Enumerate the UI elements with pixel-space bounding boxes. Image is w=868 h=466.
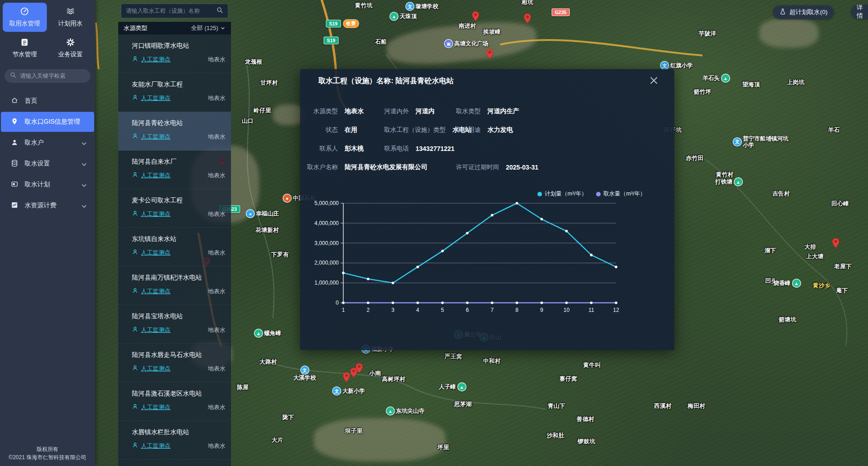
map-poi-mountain-icon[interactable]: 羊石头▲ (702, 75, 729, 82)
tile-label: 取用水管理 (10, 20, 40, 28)
list-item[interactable]: 陆河县水唇走马石水电站人工监测点地表水 (118, 344, 231, 382)
list-item[interactable]: 友能水厂取水工程人工监测点地表水 (118, 73, 231, 112)
map-poi-school-icon[interactable]: 文红旗小学 (661, 62, 693, 70)
mountain-poi-icon: ▲ (458, 383, 466, 391)
map-pin-icon[interactable] (524, 13, 532, 24)
modal-fields: 水源类型地表水河道内外河道内取水类型河道内生产状态在用取水工程（设施）类型水电站… (300, 102, 674, 176)
map-label: 锣鼓坑 (578, 438, 596, 446)
station-search-input[interactable] (126, 8, 214, 14)
map-label: 严王窝 (445, 353, 462, 361)
sidebar-item-水资源计费[interactable]: 水资源计费 (1, 195, 94, 215)
list-item[interactable]: 河口镇唱歌潭水电站人工监测点地表水 (118, 35, 231, 73)
monitor-link[interactable]: 人工监测点 (141, 403, 171, 411)
field-pair: 许可证过期时间2025-03-31 (456, 158, 538, 176)
app-tile-取用水管理[interactable]: 取用水管理 (3, 3, 47, 32)
monitor-link[interactable]: 人工监测点 (141, 287, 171, 296)
sidebar-item-首页[interactable]: 首页 (1, 91, 94, 111)
chevron-down-icon (80, 140, 86, 145)
map-pin-icon[interactable] (486, 49, 494, 59)
map-label: 小南 (369, 370, 381, 377)
map-label: 陇下 (282, 414, 294, 421)
list-item[interactable]: 陆河县自来水厂人工监测点地表水 (118, 150, 231, 189)
map-label: 龙颈根 (245, 58, 263, 66)
station-meta-row: 人工监测点地表水 (132, 55, 226, 64)
keyword-search-box[interactable] (5, 69, 90, 83)
temple-poi-icon: ▲ (386, 407, 394, 415)
map-poi-school-icon[interactable]: 文大溪学校 (293, 366, 316, 381)
list-item[interactable]: 陆河县激石溪老区水电站人工监测点地表水 (118, 382, 231, 421)
school-poi-icon: 文 (333, 387, 341, 395)
monitor-link[interactable]: 人工监测点 (141, 326, 171, 334)
monitor-link[interactable]: 人工监测点 (141, 442, 171, 450)
map-label: 赤竹田 (686, 155, 704, 162)
map-poi-culture-icon[interactable]: ▣高塘文化广场 (445, 40, 488, 48)
map-poi-mountain-icon[interactable]: 人子嶂▲ (439, 383, 466, 391)
map-label: 羊石 (828, 126, 840, 134)
map-pin-icon[interactable] (832, 238, 840, 248)
list-item[interactable]: 东坑镇自来水站人工监测点地表水 (118, 228, 231, 266)
map-poi-mountain-icon[interactable]: ▲天珠顶 (390, 13, 417, 20)
map-label: 善德村 (577, 416, 595, 423)
list-item[interactable]: 陆河县青砼水电站人工监测点地表水 (118, 112, 231, 150)
person-icon (132, 55, 138, 64)
filter-dropdown[interactable]: 全部 (125) (191, 24, 226, 32)
monitor-link[interactable]: 人工监测点 (141, 210, 171, 218)
map-poi-school-icon[interactable]: 文大新小学 (333, 387, 365, 395)
field-pair: 取水户名称陆河县青砼水电发展有限公司 (300, 158, 427, 176)
list-item[interactable]: 陆河县宝塔水电站人工监测点地表水 (118, 305, 231, 344)
monitor-link[interactable]: 人工监测点 (141, 94, 171, 102)
field-value: 彭木桃 (345, 145, 364, 153)
list-item[interactable]: 麦卡公司取水工程人工监测点地表水 (118, 189, 231, 228)
map-poi-temple-icon[interactable]: ▲东坑尖山寺 (386, 407, 425, 415)
close-icon[interactable] (649, 75, 659, 85)
poi-label: 东坑尖山寺 (396, 408, 425, 414)
map-poi-school-icon[interactable]: 文璇塘学校 (406, 3, 438, 10)
detail-toggle[interactable]: 详情 (851, 5, 868, 19)
map-pin-icon[interactable] (343, 372, 351, 382)
monitor-link[interactable]: 人工监测点 (141, 171, 171, 180)
list-item[interactable]: 水唇镇水栏肚水电站人工监测点地表水 (118, 421, 231, 460)
water-type: 地表水 (208, 133, 226, 141)
map-poi-mountain-icon[interactable]: 打铁塘▲ (715, 178, 742, 186)
chevron-down-icon (220, 25, 226, 31)
field-value: 河道内生产 (487, 107, 519, 115)
road-badge-S19: S19 (324, 37, 339, 45)
map-poi-mountain-icon[interactable]: ▲螺角嶂 (255, 330, 281, 337)
over-plan-intake-button[interactable]: 超计划取水(0) (773, 5, 834, 19)
map-pin-icon[interactable] (356, 363, 363, 373)
monitor-link[interactable]: 人工监测点 (141, 55, 171, 64)
poi-label: 烧香嶂 (773, 280, 791, 286)
monitor-link[interactable]: 人工监测点 (141, 133, 171, 141)
station-search-box[interactable] (121, 4, 228, 18)
app-tile-节水管理[interactable]: 节水管理 (3, 34, 47, 63)
line-chart-svg: 01,000,0002,000,0003,000,0004,000,0005,0… (305, 187, 664, 324)
app-tile-计划用水[interactable]: 计划用水 (49, 3, 93, 32)
document-icon (20, 38, 29, 48)
keyword-search-input[interactable] (20, 73, 84, 79)
svg-text:3: 3 (391, 307, 395, 313)
sidebar-item-取水计划[interactable]: 取水计划 (1, 175, 94, 195)
map-poi-mountain-icon[interactable]: 烧香嶂▲ (773, 280, 800, 287)
sidebar-item-取水户[interactable]: 取水户 (1, 133, 94, 153)
svg-text:8: 8 (515, 307, 518, 313)
map-label: 挨坡嶂 (483, 28, 501, 36)
sidebar-item-取水口GIS信息管理[interactable]: 取水口GIS信息管理 (1, 112, 94, 132)
poi-label: 普宁市船埔镇河坑小学 (743, 135, 788, 149)
station-name: 陆河县激石溪老区水电站 (132, 390, 226, 398)
road-badge-S19: S19 (326, 20, 341, 28)
search-icon[interactable] (216, 7, 223, 15)
sidebar-item-取水设置[interactable]: 取水设置 (1, 154, 94, 174)
app-tile-业务设置[interactable]: 业务设置 (49, 34, 93, 63)
poi-label: 高塘文化广场 (454, 40, 488, 47)
map-pin-icon[interactable] (472, 11, 480, 21)
station-meta-row: 人工监测点地表水 (132, 326, 226, 334)
map-poi-place-icon[interactable]: ●幸福山庄 (246, 210, 279, 218)
water-source-filter: 水源类型 全部 (125) (118, 22, 231, 35)
svg-text:2: 2 (366, 307, 370, 313)
monitor-link[interactable]: 人工监测点 (141, 249, 171, 257)
monitor-link[interactable]: 人工监测点 (141, 365, 171, 373)
list-item[interactable]: 陆河县南万镇杞洋水电站人工监测点地表水 (118, 266, 231, 305)
field-pair: 联系电话13432771221 (384, 139, 455, 158)
svg-text:5,000,000: 5,000,000 (315, 200, 339, 206)
map-poi-school-icon[interactable]: 文普宁市船埔镇河坑小学 (733, 135, 788, 149)
